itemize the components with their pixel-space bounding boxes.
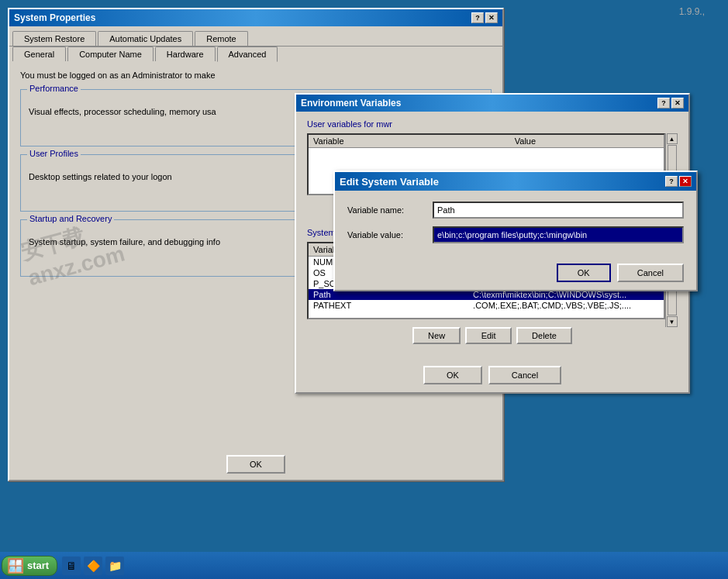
sys-vars-new-button[interactable]: New (412, 327, 461, 344)
taskbar: 🪟 start 🖥 🔶 📁 (0, 552, 728, 579)
tab-advanced[interactable]: Advanced (217, 47, 278, 62)
env-variables-titlebar: Environment Variables ? ✕ (296, 95, 688, 112)
variable-name-input[interactable] (433, 202, 684, 219)
user-vars-scroll-up[interactable]: ▲ (667, 133, 678, 144)
variable-value-input[interactable] (433, 226, 684, 243)
user-vars-col-value: Value (510, 135, 664, 148)
start-label: start (27, 560, 49, 571)
edit-content-area: Variable name: Variable value: (335, 191, 696, 259)
taskbar-icons: 🖥 🔶 📁 (62, 557, 124, 575)
edit-sys-var-title: Edit System Variable (340, 176, 439, 188)
sys-top-text: You must be logged on as an Administrato… (20, 71, 492, 80)
variable-value-row: Variable value: (347, 226, 684, 243)
performance-label: Performance (27, 84, 81, 93)
sys-tabs-row2: General Computer Name Hardware Advanced (9, 47, 502, 61)
tab-computer-name[interactable]: Computer Name (67, 47, 154, 61)
user-vars-label: User variables for mwr (307, 119, 678, 129)
variable-value-label: Variable value: (347, 230, 433, 240)
edit-footer: OK Cancel (335, 259, 696, 290)
tab-system-restore[interactable]: System Restore (12, 31, 96, 46)
tab-automatic-updates[interactable]: Automatic Updates (98, 31, 193, 46)
sys-close-button[interactable]: ✕ (485, 12, 498, 23)
sys-titlebar-buttons: ? ✕ (471, 12, 498, 23)
sys-footer: OK (9, 449, 502, 480)
env-variables-title: Environment Variables (301, 98, 401, 109)
edit-sys-var-titlebar: Edit System Variable ? ✕ (335, 172, 696, 191)
env-close-button[interactable]: ✕ (671, 98, 684, 109)
user-vars-col-variable: Variable (309, 135, 510, 148)
sys-vars-scroll-down[interactable]: ▼ (667, 316, 678, 327)
variable-name-row: Variable name: (347, 202, 684, 219)
edit-titlebar-buttons: ? ✕ (665, 176, 692, 187)
sys-help-button[interactable]: ? (471, 12, 484, 23)
sys-vars-delete-button[interactable]: Delete (516, 327, 572, 344)
table-row[interactable]: PATHEXT.COM;.EXE;.BAT;.CMD;.VBS;.VBE;.JS… (309, 300, 664, 311)
edit-cancel-button[interactable]: Cancel (617, 264, 684, 282)
taskbar-icon-1[interactable]: 🖥 (62, 557, 81, 575)
sys-properties-title: System Properties (14, 12, 95, 23)
sys-ok-button[interactable]: OK (226, 455, 285, 474)
sys-tabs-row1: System Restore Automatic Updates Remote (9, 26, 502, 47)
user-profiles-label: User Profiles (27, 149, 81, 158)
user-vars-table: Variable Value (309, 135, 664, 148)
taskbar-icon-2[interactable]: 🔶 (84, 557, 102, 575)
env-help-button[interactable]: ? (657, 98, 670, 109)
edit-system-variable-window: Edit System Variable ? ✕ Variable name: … (333, 171, 698, 291)
sys-properties-titlebar: System Properties ? ✕ (9, 9, 502, 26)
bg-ip-text: 1.9.9., (679, 6, 705, 17)
env-titlebar-buttons: ? ✕ (657, 98, 684, 109)
edit-close-button[interactable]: ✕ (679, 176, 692, 187)
sys-vars-buttons: New Edit Delete (307, 327, 678, 344)
start-button[interactable]: 🪟 start (2, 556, 57, 576)
env-ok-button[interactable]: OK (423, 366, 482, 384)
startup-recovery-label: Startup and Recovery (27, 214, 114, 223)
sys-vars-edit-button[interactable]: Edit (465, 327, 512, 344)
variable-name-label: Variable name: (347, 205, 433, 215)
env-footer: OK Cancel (296, 360, 688, 392)
edit-ok-button[interactable]: OK (557, 264, 611, 282)
taskbar-icon-3[interactable]: 📁 (105, 557, 124, 575)
tab-general[interactable]: General (12, 47, 66, 61)
edit-help-button[interactable]: ? (665, 176, 678, 187)
env-cancel-button[interactable]: Cancel (488, 366, 561, 384)
tab-hardware[interactable]: Hardware (155, 47, 216, 61)
tab-remote[interactable]: Remote (195, 31, 248, 46)
